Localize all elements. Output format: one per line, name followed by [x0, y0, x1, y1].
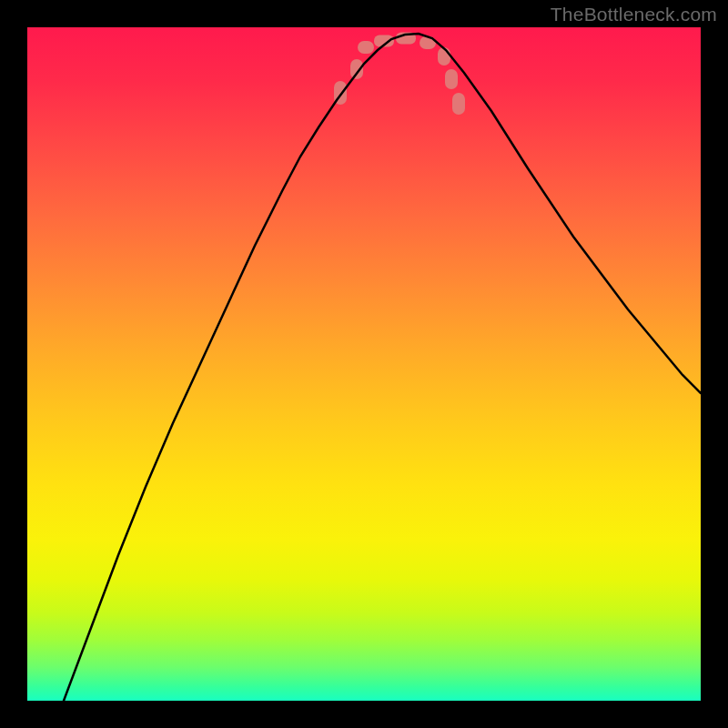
- chart-frame: TheBottleneck.com: [0, 0, 728, 728]
- marker-dot: [358, 41, 374, 54]
- chart-svg: [27, 27, 701, 701]
- marker-dot: [445, 69, 458, 89]
- marker-dot: [452, 93, 465, 115]
- marker-dot: [438, 47, 450, 66]
- flat-region-markers: [334, 33, 465, 116]
- plot-area: [27, 27, 701, 701]
- bottleneck-curve: [64, 34, 701, 701]
- watermark-text: TheBottleneck.com: [551, 4, 717, 25]
